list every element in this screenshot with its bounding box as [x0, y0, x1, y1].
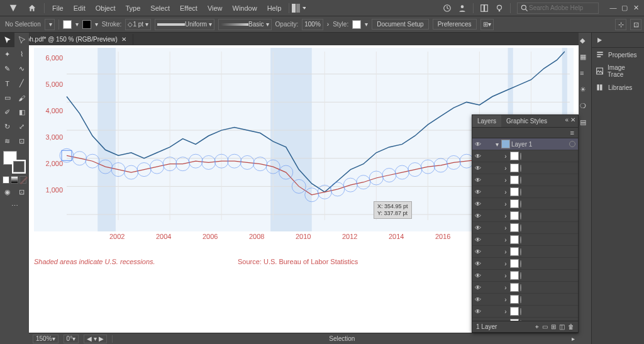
- expand-toggle[interactable]: ›: [502, 189, 509, 196]
- brushes-panel-icon[interactable]: ≡: [580, 69, 590, 79]
- layer-row[interactable]: 👁 ›: [472, 234, 578, 246]
- expand-toggle[interactable]: ›: [502, 320, 509, 321]
- selection-tool[interactable]: [0, 33, 14, 47]
- fill-stroke-control[interactable]: [3, 151, 26, 174]
- bulb-icon[interactable]: [495, 4, 504, 13]
- expand-toggle[interactable]: ▾: [494, 141, 500, 148]
- stroke-profile[interactable]: Uniform▾: [155, 19, 214, 30]
- gradient-mode[interactable]: [11, 176, 18, 184]
- layer-row[interactable]: 👁 ›: [472, 186, 578, 198]
- layer-row[interactable]: 👁 ›: [472, 150, 578, 162]
- user-icon[interactable]: [458, 4, 467, 13]
- visibility-toggle[interactable]: 👁: [472, 201, 484, 208]
- eraser-tool[interactable]: ◧: [14, 105, 29, 119]
- color-panel-icon[interactable]: ◆: [580, 36, 590, 47]
- visibility-toggle[interactable]: 👁: [472, 284, 484, 291]
- free-transform-tool[interactable]: ⊡: [14, 134, 29, 148]
- help-search-input[interactable]: [529, 4, 592, 11]
- expand-toggle[interactable]: ›: [502, 236, 509, 243]
- make-clip-icon[interactable]: ▭: [542, 323, 548, 331]
- layer-row[interactable]: 👁 ›: [472, 258, 578, 270]
- panel-close-icon[interactable]: ✕: [570, 116, 575, 123]
- menu-edit[interactable]: Edit: [69, 2, 91, 14]
- shaper-tool[interactable]: ✐: [0, 105, 14, 119]
- expand-toggle[interactable]: ›: [502, 177, 509, 184]
- arrange-icon[interactable]: [480, 4, 489, 13]
- delete-layer-icon[interactable]: 🗑: [568, 323, 574, 331]
- expand-toggle[interactable]: ›: [502, 213, 509, 219]
- line-tool[interactable]: ╱: [14, 76, 29, 91]
- sync-icon[interactable]: [443, 4, 452, 13]
- visibility-toggle[interactable]: 👁: [472, 260, 484, 267]
- expand-toggle[interactable]: ›: [502, 248, 509, 255]
- selection-dropdown[interactable]: ▾: [45, 19, 55, 30]
- image-trace-tab[interactable]: Image Trace: [592, 62, 644, 80]
- expand-toggle[interactable]: ›: [502, 272, 509, 279]
- layer-row[interactable]: 👁 ▾ Layer 1: [472, 138, 578, 150]
- maximize-button[interactable]: ▢: [620, 4, 629, 12]
- expand-toggle[interactable]: ›: [502, 165, 509, 172]
- layer-row[interactable]: 👁 ›: [472, 210, 578, 222]
- document-setup-button[interactable]: Document Setup: [372, 19, 429, 30]
- panel-collapse-icon[interactable]: «: [565, 116, 569, 123]
- type-tool[interactable]: T: [0, 76, 14, 91]
- visibility-toggle[interactable]: 👁: [472, 165, 484, 172]
- lasso-tool[interactable]: ⌇: [14, 47, 29, 62]
- rotate-view[interactable]: 0° ▾: [64, 335, 79, 343]
- pen-tool[interactable]: ✎: [0, 62, 14, 76]
- workspace-switcher[interactable]: [292, 4, 306, 13]
- align-dropdown[interactable]: ⊞▾: [480, 19, 494, 30]
- rotate-tool[interactable]: ↻: [0, 119, 14, 134]
- panel-menu-icon[interactable]: ≡: [570, 129, 574, 136]
- paintbrush-tool[interactable]: 🖌: [14, 91, 29, 105]
- layers-tab[interactable]: Layers: [472, 115, 501, 127]
- menu-help[interactable]: Help: [262, 2, 287, 14]
- layer-row[interactable]: 👁 ›: [472, 270, 578, 282]
- menu-file[interactable]: File: [47, 2, 69, 14]
- color-mode[interactable]: [3, 176, 9, 184]
- menu-type[interactable]: Type: [121, 2, 146, 14]
- style-swatch[interactable]: [352, 20, 361, 29]
- locate-layer-icon[interactable]: ⌖: [535, 323, 539, 331]
- visibility-toggle[interactable]: 👁: [472, 236, 484, 243]
- layer-row[interactable]: 👁 ›: [472, 282, 578, 294]
- visibility-toggle[interactable]: 👁: [472, 177, 484, 184]
- layer-row[interactable]: 👁 ›: [472, 222, 578, 234]
- menu-window[interactable]: Window: [228, 2, 262, 14]
- layer-row[interactable]: 👁 ›: [472, 198, 578, 210]
- close-button[interactable]: ✕: [631, 4, 640, 12]
- visibility-toggle[interactable]: 👁: [472, 141, 484, 148]
- expand-toggle[interactable]: ›: [502, 225, 509, 231]
- stroke-panel-icon[interactable]: ❍: [580, 102, 590, 112]
- expand-toggle[interactable]: ›: [502, 284, 509, 291]
- tab-close-icon[interactable]: ✕: [121, 36, 126, 43]
- play-icon[interactable]: [596, 36, 603, 44]
- visibility-toggle[interactable]: 👁: [472, 248, 484, 255]
- expand-toggle[interactable]: ›: [502, 260, 509, 267]
- edit-toolbar[interactable]: ⋯: [0, 199, 29, 210]
- home-icon[interactable]: [28, 4, 36, 13]
- curvature-tool[interactable]: ∿: [14, 62, 29, 76]
- preferences-button[interactable]: Preferences: [433, 19, 477, 30]
- visibility-toggle[interactable]: 👁: [472, 213, 484, 219]
- stroke-weight[interactable]: ◇ 1 pt▾: [125, 19, 151, 30]
- brush-def[interactable]: Basic▾: [218, 19, 271, 30]
- draw-mode[interactable]: ◉: [0, 185, 14, 199]
- layer-row[interactable]: 👁 ›: [472, 174, 578, 186]
- new-layer-icon[interactable]: ◫: [559, 323, 565, 331]
- width-tool[interactable]: ≋: [0, 134, 14, 148]
- properties-tab[interactable]: Properties: [592, 48, 644, 62]
- menu-select[interactable]: Select: [145, 2, 175, 14]
- swatches-panel-icon[interactable]: ▦: [580, 53, 590, 63]
- libraries-tab[interactable]: Libraries: [592, 80, 644, 94]
- snap-icon[interactable]: ⊹: [615, 19, 626, 30]
- magic-wand-tool[interactable]: ✦: [0, 47, 14, 62]
- layer-row[interactable]: 👁 ›: [472, 294, 578, 306]
- visibility-toggle[interactable]: 👁: [472, 189, 484, 196]
- new-sublayer-icon[interactable]: ⊞: [551, 323, 556, 331]
- visibility-toggle[interactable]: 👁: [472, 308, 484, 315]
- visibility-toggle[interactable]: 👁: [472, 272, 484, 279]
- rectangle-tool[interactable]: ▭: [0, 91, 14, 105]
- stroke-swatch[interactable]: [82, 20, 91, 29]
- none-mode[interactable]: [19, 176, 26, 184]
